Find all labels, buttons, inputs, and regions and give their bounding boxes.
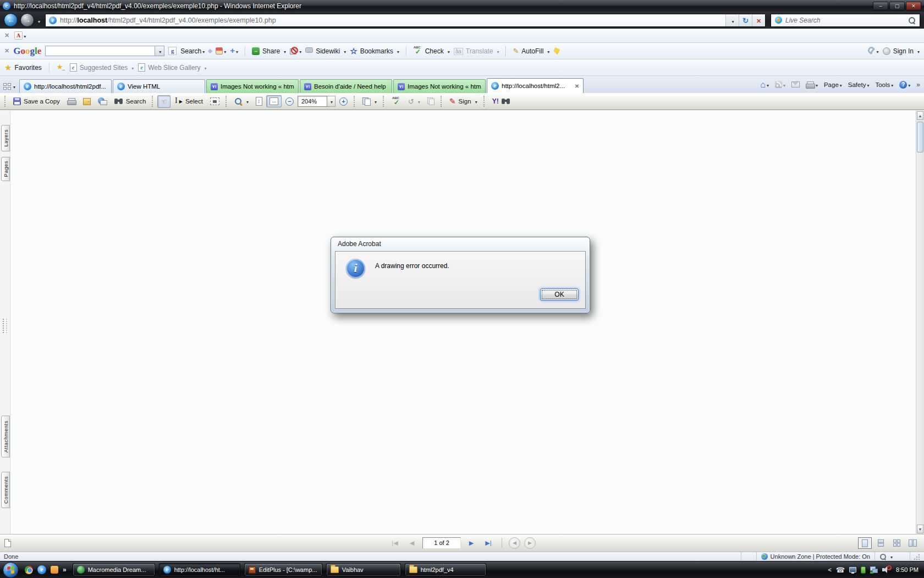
copy-button[interactable] (424, 95, 438, 107)
last-page-button[interactable] (482, 537, 495, 549)
spellcheck-button[interactable]: Check (413, 47, 450, 55)
taskbar-button-html2pdf[interactable]: html2pdf_v4 (405, 563, 486, 576)
toolbar-grip[interactable] (441, 96, 443, 107)
toolbar-grip[interactable] (383, 96, 386, 107)
help-button[interactable] (899, 81, 910, 89)
chrome-icon[interactable] (25, 566, 33, 574)
share-button[interactable]: Share (252, 47, 286, 55)
previous-page-button[interactable] (405, 537, 419, 549)
refresh-button[interactable] (739, 14, 752, 26)
tab-images-not-working-1[interactable]: Images Not working « htm... (206, 79, 299, 93)
close-tab-icon[interactable]: ✕ (575, 83, 579, 89)
toolbar-options-button[interactable] (867, 47, 879, 55)
hand-tool-button[interactable] (157, 95, 170, 108)
yahoo-search-button[interactable] (489, 95, 514, 107)
taskbar-button-editplus[interactable]: EditPlus - [C:\wamp... (244, 563, 322, 576)
tab-localhost-1[interactable]: http://localhost/html2pdf... (19, 79, 112, 93)
popup-blocker-button[interactable] (290, 47, 301, 55)
live-search-box[interactable]: Live Search (771, 14, 920, 27)
history-dropdown-icon[interactable] (37, 15, 40, 25)
tray-chevron-icon[interactable]: < (828, 566, 831, 573)
feeds-button[interactable] (775, 81, 785, 88)
fit-page-button[interactable] (252, 95, 266, 108)
undo-button[interactable] (405, 95, 424, 108)
export-button[interactable] (80, 96, 94, 107)
stop-button[interactable] (752, 14, 765, 26)
search-icon[interactable] (908, 17, 916, 24)
page-indicator-input[interactable]: 1 of 2 (422, 537, 461, 549)
news-button[interactable] (216, 47, 226, 55)
zoom-level-dropdown[interactable] (327, 96, 336, 107)
security-zone[interactable]: Unknown Zone | Protected Mode: On (756, 552, 875, 561)
start-button[interactable] (3, 562, 19, 578)
panel-tab-attachments[interactable]: Attachments (1, 416, 10, 457)
highlighter-icon[interactable] (553, 47, 560, 54)
read-mail-button[interactable] (791, 81, 800, 88)
zoom-level-input[interactable]: 204% (298, 96, 327, 107)
usb-tray-icon[interactable] (861, 566, 866, 574)
volume-muted-icon[interactable] (882, 566, 890, 573)
ie-quick-launch-icon[interactable] (37, 565, 46, 574)
scrollbar-thumb[interactable] (917, 122, 923, 152)
first-page-button[interactable] (388, 537, 402, 549)
print-document-button[interactable] (64, 96, 79, 107)
facing-layout-button[interactable] (906, 537, 920, 549)
zoom-tool-button[interactable] (231, 95, 252, 108)
add-gadget-button[interactable] (230, 47, 238, 55)
forward-button[interactable]: → (20, 13, 34, 27)
web-slice-gallery-button[interactable]: Web Slice Gallery (138, 63, 206, 72)
panel-tab-layers[interactable]: Layers (1, 125, 10, 151)
tab-view-html[interactable]: View HTML (113, 79, 205, 93)
panel-tab-comments[interactable]: Comments (1, 472, 10, 508)
toolbar-grip[interactable] (354, 96, 356, 107)
scroll-down-button[interactable]: ▼ (917, 525, 923, 533)
suggested-sites-button[interactable]: Suggested Sites (70, 63, 134, 72)
clock[interactable]: 8:50 PM (895, 566, 919, 573)
sidewiki-button[interactable]: Sidewiki (305, 47, 346, 55)
maximize-button[interactable]: ▢ (889, 2, 905, 10)
google-search-input[interactable] (45, 46, 155, 56)
panel-tab-pages[interactable]: Pages (1, 157, 10, 181)
page-icon[interactable] (4, 539, 11, 547)
windows-live-icon[interactable] (51, 566, 58, 574)
quick-launch-overflow-icon[interactable]: » (63, 566, 67, 574)
close-button[interactable]: ✕ (906, 2, 921, 10)
continuous-layout-button[interactable] (874, 537, 888, 549)
zoom-in-button[interactable] (336, 95, 351, 108)
taskbar-button-dreamweaver[interactable]: Macromedia Dream... (73, 563, 155, 576)
url-input[interactable]: http://localhost/html2pdf_v4/html2pdf_v4… (46, 14, 725, 26)
single-page-layout-button[interactable] (858, 537, 872, 549)
safety-menu[interactable]: Safety (848, 81, 870, 88)
select-tool-button[interactable]: Select (171, 95, 206, 107)
email-button[interactable] (95, 95, 111, 107)
overflow-chevron-icon[interactable] (916, 81, 920, 89)
zoom-level-button[interactable] (875, 552, 910, 561)
back-button[interactable]: ← (4, 13, 18, 27)
google-search-dropdown[interactable] (155, 46, 164, 56)
print-button[interactable] (806, 81, 818, 88)
sign-button[interactable]: Sign (446, 95, 481, 108)
favorites-button[interactable]: Favorites (4, 63, 42, 73)
phone-tray-icon[interactable] (836, 565, 845, 575)
pdf-document-area[interactable]: Layers Pages Attachments Comments ▲ ▼ Ad… (0, 110, 924, 534)
home-button[interactable] (760, 80, 769, 90)
spellcheck-document-button[interactable] (388, 95, 404, 108)
page-display-button[interactable] (359, 95, 380, 108)
sign-in-button[interactable]: Sign In (883, 47, 920, 55)
display-tray-icon[interactable] (849, 567, 856, 572)
snapshot-tool-button[interactable] (207, 95, 223, 107)
toolbar-grip[interactable] (4, 96, 7, 107)
zoom-out-button[interactable] (282, 95, 297, 108)
quick-tabs-button[interactable] (2, 79, 17, 93)
taskbar-button-vaibhav[interactable]: Vaibhav (326, 563, 401, 576)
tab-images-not-working-2[interactable]: Images Not working « htm... (393, 79, 486, 93)
url-dropdown-button[interactable] (725, 14, 739, 26)
scroll-up-button[interactable]: ▲ (917, 111, 923, 120)
toolbar-grip[interactable] (483, 96, 486, 107)
next-page-button[interactable] (465, 537, 478, 549)
network-tray-icon[interactable] (870, 566, 878, 573)
next-view-button[interactable]: ▶ (524, 537, 536, 549)
resize-grip[interactable] (910, 552, 924, 561)
autofill-button[interactable]: AutoFill (513, 47, 549, 55)
fit-width-button[interactable] (266, 95, 282, 107)
